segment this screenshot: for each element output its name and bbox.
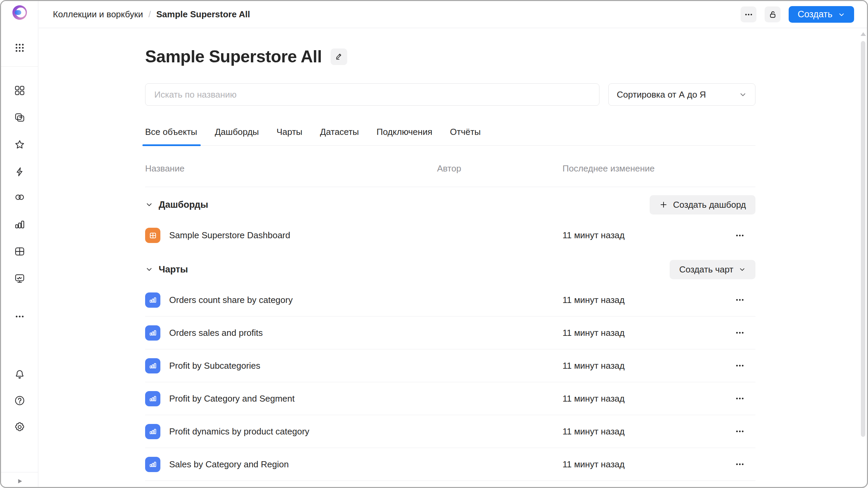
row-type-icon — [145, 391, 160, 406]
chevron-down-icon[interactable] — [145, 265, 153, 273]
row-type-icon — [145, 228, 160, 243]
more-ellipsis-icon[interactable] — [15, 311, 25, 322]
ellipsis-icon — [744, 10, 753, 19]
column-header-author: Автор — [423, 163, 563, 174]
row-modified: 11 минут назад — [563, 295, 728, 305]
chevron-down-icon[interactable] — [145, 201, 153, 209]
create-button[interactable]: Создать — [789, 6, 854, 23]
row-title[interactable]: Profit dynamics by product category — [169, 426, 309, 437]
tab-reports[interactable]: Отчёты — [450, 127, 481, 145]
breadcrumb-separator: / — [149, 9, 151, 20]
row-menu-button[interactable] — [730, 355, 750, 376]
tab-datasets[interactable]: Датасеты — [320, 127, 359, 145]
tab-dashboards[interactable]: Дашборды — [215, 127, 259, 145]
row-title[interactable]: Sales by Category and Region — [169, 459, 289, 470]
tab-charts[interactable]: Чарты — [277, 127, 302, 145]
breadcrumb: Коллекции и воркбуки / Sample Superstore… — [53, 9, 250, 20]
table-row[interactable]: Sales by Category and Region 11 минут на… — [145, 448, 755, 481]
edit-title-button[interactable] — [331, 48, 347, 65]
section-dashboards: Дашборды Создать дашборд Sample Supersto… — [145, 195, 755, 252]
more-actions-button[interactable] — [741, 6, 756, 22]
scrollbar-up-arrow[interactable] — [861, 32, 866, 36]
charts-bar-icon[interactable] — [14, 219, 25, 230]
table-row[interactable]: Profit by Subcategories 11 минут назад — [145, 349, 755, 382]
row-modified: 11 минут назад — [563, 328, 728, 338]
create-dashboard-button[interactable]: Создать дашборд — [650, 195, 755, 215]
vertical-scrollbar[interactable] — [861, 30, 866, 485]
settings-gear-icon[interactable] — [14, 421, 25, 433]
tabs: Все объекты Дашборды Чарты Датасеты Подк… — [145, 127, 755, 146]
row-modified: 11 минут назад — [563, 459, 728, 470]
pencil-icon — [335, 52, 343, 61]
column-header-name: Название — [145, 163, 423, 174]
page-title: Sample Superstore All — [145, 47, 322, 66]
section-charts: Чарты Создать чарт Orders count share by… — [145, 259, 755, 481]
plus-icon — [659, 200, 668, 209]
scrollbar-thumb[interactable] — [861, 41, 865, 437]
table-row[interactable]: Profit dynamics by product category 11 м… — [145, 415, 755, 448]
chevron-down-icon — [838, 11, 845, 18]
datalens-logo-icon[interactable] — [12, 5, 27, 22]
quick-actions-lightning-icon[interactable] — [14, 166, 25, 178]
row-modified: 11 минут назад — [563, 230, 728, 241]
expand-play-icon[interactable] — [15, 476, 25, 488]
monitoring-screen-icon[interactable] — [14, 273, 25, 284]
row-menu-button[interactable] — [730, 290, 750, 310]
breadcrumb-parent[interactable]: Коллекции и воркбуки — [53, 9, 143, 20]
favorites-star-icon[interactable] — [14, 139, 25, 150]
row-modified: 11 минут назад — [563, 426, 728, 437]
chevron-down-icon — [739, 90, 747, 99]
row-type-icon — [145, 358, 160, 373]
lock-open-icon — [768, 10, 777, 19]
table-row[interactable]: Orders sales and profits 11 минут назад — [145, 317, 755, 349]
sort-value: Сортировка от А до Я — [617, 89, 706, 100]
ellipsis-icon — [735, 460, 745, 469]
help-question-icon[interactable] — [14, 395, 25, 406]
connections-circles-icon[interactable] — [14, 191, 25, 203]
table-row[interactable]: Sample Superstore Dashboard 11 минут наз… — [145, 219, 755, 252]
tab-connections[interactable]: Подключения — [377, 127, 432, 145]
section-title[interactable]: Дашборды — [159, 200, 208, 210]
public-access-button[interactable] — [765, 6, 781, 22]
row-menu-button[interactable] — [730, 454, 750, 474]
create-chart-button[interactable]: Создать чарт — [670, 260, 755, 279]
chevron-down-icon — [738, 266, 746, 273]
collections-icon[interactable] — [14, 112, 25, 123]
row-type-icon — [145, 424, 160, 439]
table-row[interactable]: Orders count share by category 11 минут … — [145, 284, 755, 317]
ellipsis-icon — [735, 361, 745, 370]
ellipsis-icon — [735, 231, 745, 240]
row-title[interactable]: Orders sales and profits — [169, 328, 263, 338]
divider — [145, 187, 755, 187]
tab-all-objects[interactable]: Все объекты — [145, 127, 197, 145]
row-title[interactable]: Orders count share by category — [169, 295, 293, 305]
ellipsis-icon — [735, 427, 745, 436]
sort-select[interactable]: Сортировка от А до Я — [608, 83, 755, 106]
row-modified: 11 минут назад — [563, 361, 728, 371]
ellipsis-icon — [735, 295, 745, 305]
table-header: Название Автор Последнее изменение — [145, 163, 755, 174]
row-title[interactable]: Profit by Subcategories — [169, 361, 260, 371]
main-content: Sample Superstore All Сортировка от А до… — [39, 28, 861, 487]
row-title[interactable]: Profit by Category and Segment — [169, 393, 295, 404]
apps-grid-icon[interactable] — [14, 42, 25, 53]
app-window: Коллекции и воркбуки / Sample Superstore… — [0, 0, 868, 488]
objects-grid-icon[interactable] — [14, 85, 25, 96]
row-type-icon — [145, 457, 160, 472]
datasets-table-icon[interactable] — [14, 246, 25, 257]
notifications-bell-icon[interactable] — [14, 369, 25, 380]
row-menu-button[interactable] — [730, 388, 750, 409]
table-row[interactable]: Profit by Category and Segment 11 минут … — [145, 382, 755, 415]
left-sidebar — [1, 1, 38, 487]
row-type-icon — [145, 292, 160, 308]
search-input[interactable] — [145, 83, 599, 106]
row-menu-button[interactable] — [730, 225, 750, 246]
sidebar-divider — [1, 66, 38, 67]
sidebar-divider — [1, 472, 38, 472]
breadcrumb-current: Sample Superstore All — [156, 9, 250, 20]
section-title[interactable]: Чарты — [159, 264, 188, 275]
row-title[interactable]: Sample Superstore Dashboard — [169, 230, 290, 241]
ellipsis-icon — [735, 394, 745, 403]
row-menu-button[interactable] — [730, 421, 750, 442]
row-menu-button[interactable] — [730, 323, 750, 343]
